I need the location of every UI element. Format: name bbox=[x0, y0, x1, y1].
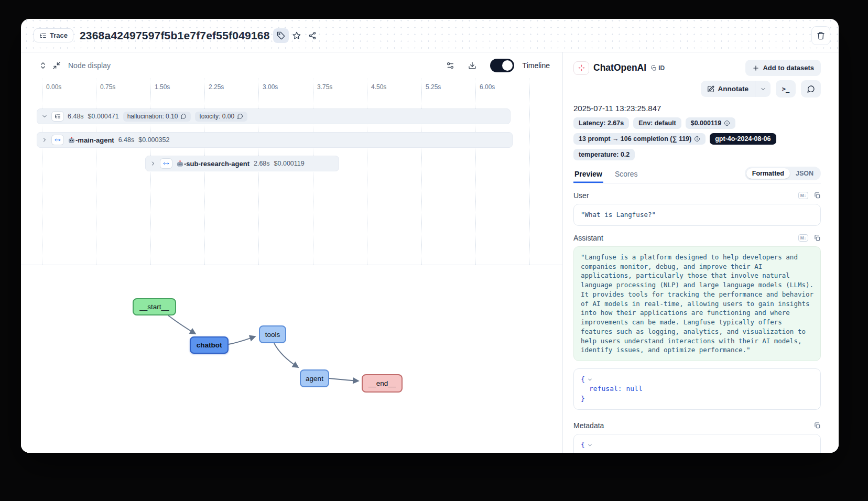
star-icon bbox=[292, 31, 301, 40]
user-message-box: "What is Langfuse?" bbox=[573, 204, 821, 226]
span-type-icon bbox=[52, 135, 63, 145]
timeline-pane: Node display Timeline 0.00s 0.75s 1.50s … bbox=[21, 52, 563, 453]
delete-trace-button[interactable] bbox=[811, 26, 830, 45]
metadata-json-box: { bbox=[573, 434, 821, 453]
user-heading: User bbox=[573, 191, 589, 200]
trace-row-sub-research-agent[interactable]: -sub-research-agent 2.68s $0.000119 bbox=[145, 156, 339, 171]
row-cost: $0.000119 bbox=[274, 160, 305, 167]
add-to-datasets-button[interactable]: Add to datasets bbox=[745, 60, 821, 76]
collapse-caret-icon[interactable] bbox=[587, 377, 593, 383]
refusal-line: refusal: null bbox=[581, 384, 813, 394]
tokens-badge: 13 prompt → 106 completion (∑ 119) bbox=[573, 133, 706, 145]
tree-icon bbox=[55, 113, 61, 119]
format-toggle-formatted[interactable]: Formatted bbox=[746, 168, 790, 179]
time-tick: 3.75s bbox=[313, 79, 332, 265]
time-tick: 1.50s bbox=[150, 79, 170, 265]
trace-header: Trace 2368a42497597f5b1e7f7ef55f049168 bbox=[21, 19, 839, 52]
chevrons-up-down-icon bbox=[39, 61, 47, 70]
minimize-icon bbox=[52, 61, 61, 70]
expand-all-button[interactable] bbox=[39, 61, 47, 70]
markdown-toggle-icon[interactable]: M↓ bbox=[798, 192, 808, 199]
graph-edges bbox=[21, 265, 562, 453]
graph-node-end[interactable]: __end__ bbox=[362, 374, 403, 393]
copy-icon[interactable] bbox=[813, 234, 821, 242]
metadata-heading: Metadata bbox=[573, 421, 604, 430]
playground-button[interactable]: >_ bbox=[776, 80, 796, 97]
collapse-caret-icon[interactable] bbox=[587, 442, 593, 448]
star-button[interactable] bbox=[289, 28, 305, 43]
chat-bubble-icon bbox=[807, 85, 815, 93]
score-badge-toxicity[interactable]: toxicity: 0.00 bbox=[195, 112, 247, 122]
edit-icon bbox=[707, 85, 714, 93]
observation-title-row: ChatOpenAI ID Add to datasets bbox=[573, 60, 821, 76]
row-cost: $0.000352 bbox=[138, 136, 169, 144]
annotate-dropdown-button[interactable] bbox=[755, 81, 771, 97]
copy-icon bbox=[650, 65, 657, 71]
tab-scores[interactable]: Scores bbox=[614, 170, 639, 183]
display-settings-button[interactable] bbox=[446, 61, 454, 70]
timeline-toggle[interactable] bbox=[490, 59, 514, 72]
assistant-message-box: "Langfuse is a platform designed to help… bbox=[573, 246, 821, 361]
format-toggle-json[interactable]: JSON bbox=[790, 168, 819, 179]
annotate-button-group: Annotate bbox=[701, 81, 771, 97]
comment-icon bbox=[237, 113, 243, 119]
time-tick: 0.75s bbox=[96, 79, 115, 265]
env-badge: Env: default bbox=[633, 117, 681, 129]
trace-id: 2368a42497597f5b1e7f7ef55f049168 bbox=[80, 29, 270, 42]
share-button[interactable] bbox=[305, 28, 320, 43]
info-icon bbox=[694, 136, 700, 142]
user-section-header: User M↓ bbox=[573, 191, 821, 200]
observation-badges: Latency: 2.67s Env: default $0.000119 13… bbox=[573, 117, 799, 160]
format-toggle: Formatted JSON bbox=[745, 167, 821, 180]
chevron-down-icon bbox=[760, 86, 766, 92]
trace-main: Node display Timeline 0.00s 0.75s 1.50s … bbox=[21, 52, 839, 453]
observation-actions: Annotate >_ bbox=[573, 80, 821, 97]
graph-node-chatbot[interactable]: chatbot bbox=[190, 336, 229, 354]
graph-node-start[interactable]: __start__ bbox=[133, 298, 176, 315]
sparkle-flower-icon bbox=[578, 64, 585, 72]
agent-graph: __start__ chatbot tools agent __end__ bbox=[21, 265, 562, 453]
tag-button[interactable] bbox=[273, 28, 289, 43]
trace-row-icon bbox=[52, 112, 63, 121]
toolbar-right: Timeline bbox=[446, 59, 550, 72]
markdown-toggle-icon[interactable]: M↓ bbox=[798, 234, 808, 242]
move-horizontal-icon bbox=[163, 160, 169, 167]
row-duration: 2.68s bbox=[254, 160, 270, 167]
move-horizontal-icon bbox=[55, 137, 61, 143]
score-badge-hallucination[interactable]: hallucination: 0.10 bbox=[123, 112, 191, 122]
time-tick: 6.00s bbox=[475, 79, 495, 265]
share-icon bbox=[308, 31, 317, 40]
observation-tabs: Preview Scores Formatted JSON bbox=[573, 167, 821, 183]
timeline-toolbar: Node display Timeline bbox=[21, 52, 562, 79]
observation-name: ChatOpenAI bbox=[593, 62, 646, 73]
collapse-all-button[interactable] bbox=[52, 61, 61, 70]
time-tick bbox=[529, 79, 534, 265]
timeline-toggle-label: Timeline bbox=[523, 61, 550, 70]
chevron-right-icon[interactable] bbox=[41, 137, 48, 143]
trace-badge-label: Trace bbox=[50, 31, 68, 39]
node-display-label: Node display bbox=[68, 61, 111, 70]
chevron-down-icon[interactable] bbox=[41, 113, 48, 119]
copy-icon[interactable] bbox=[813, 422, 821, 429]
download-button[interactable] bbox=[468, 61, 476, 70]
timeline-grid: 0.00s 0.75s 1.50s 2.25s 3.00s 3.75s 4.50… bbox=[21, 79, 562, 265]
trace-window: Trace 2368a42497597f5b1e7f7ef55f049168 bbox=[21, 19, 839, 453]
graph-node-agent[interactable]: agent bbox=[300, 369, 329, 387]
tag-icon bbox=[277, 31, 285, 40]
tab-preview[interactable]: Preview bbox=[573, 170, 603, 183]
chevron-right-icon[interactable] bbox=[150, 160, 156, 167]
row-cost: $0.000471 bbox=[88, 113, 119, 120]
copy-icon[interactable] bbox=[813, 192, 821, 199]
trace-row-root[interactable]: 6.48s $0.000471 hallucination: 0.10 toxi… bbox=[37, 108, 511, 124]
graph-node-tools[interactable]: tools bbox=[259, 325, 286, 343]
trace-row-main-agent[interactable]: -main-agent 6.48s $0.000352 bbox=[37, 132, 513, 148]
time-tick: 0.00s bbox=[42, 79, 61, 265]
time-tick: 5.25s bbox=[421, 79, 441, 265]
copy-id-chip[interactable]: ID bbox=[650, 64, 665, 72]
time-tick: 2.25s bbox=[204, 79, 224, 265]
row-name: -sub-research-agent bbox=[176, 160, 249, 168]
comments-button[interactable] bbox=[801, 80, 821, 97]
assistant-section-header: Assistant M↓ bbox=[573, 234, 821, 242]
annotate-button[interactable]: Annotate bbox=[701, 81, 755, 97]
model-badge[interactable]: gpt-4o-2024-08-06 bbox=[710, 133, 776, 145]
